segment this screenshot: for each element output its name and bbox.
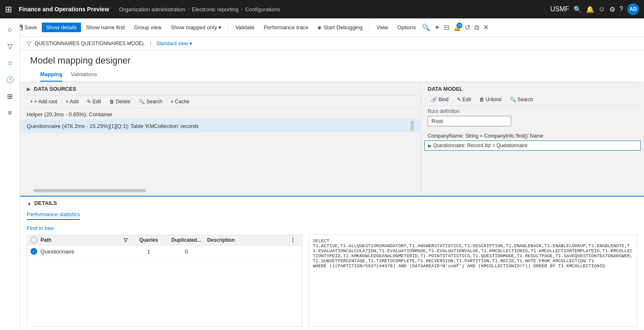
palette-icon[interactable]: ✦ xyxy=(434,23,440,31)
bell-icon[interactable]: 🔔 xyxy=(586,5,594,13)
breadcrumb-path: QUESTIONNAIRES QUESTIONNAIRES MODEL xyxy=(35,41,145,46)
tab-mapping[interactable]: Mapping xyxy=(40,68,62,82)
show-details-button[interactable]: Show details xyxy=(42,23,81,32)
tab-performance-stats[interactable]: Performance statistics xyxy=(27,210,80,220)
unbind-button[interactable]: 🗑 Unbind xyxy=(476,95,505,104)
h-scrollbar[interactable] xyxy=(33,189,407,192)
main-toolbar: ≡ 💾 Save Show details Show name first Gr… xyxy=(0,18,644,37)
sql-preview: SELECT T1.ACTIVE,T1.ALLQUESTIONSMANDATOR… xyxy=(309,235,637,327)
select-all-check[interactable] xyxy=(30,237,37,243)
tree-item-helper-label: Helper (20.3ms - 0.65%): Container xyxy=(27,111,414,118)
search-dm-button[interactable]: 🔍 Search xyxy=(507,95,537,104)
find-in-tree-link[interactable]: Find in tree xyxy=(27,223,637,235)
data-model-toolbar: 🔗 Bind ✎ Edit 🗑 Unbind 🔍 Search xyxy=(424,94,641,106)
refresh-icon[interactable]: ↺ xyxy=(465,23,470,31)
datasources-toolbar: + + Add root + Add ✎ Edit 🗑 Delete 🔍 Sea… xyxy=(20,96,421,108)
col-path-header[interactable]: Path xyxy=(41,237,124,243)
performance-trace-button[interactable]: Performance trace xyxy=(259,23,312,32)
breadcrumb-org[interactable]: Organization administration xyxy=(119,6,185,13)
details-tabs: Performance statistics xyxy=(27,210,637,220)
sidebar-filter-icon[interactable]: ▽ xyxy=(3,38,18,54)
delete-ds-button[interactable]: 🗑 Delete xyxy=(106,97,134,106)
col-menu-header[interactable]: ⋮ xyxy=(290,237,299,243)
details-title: DETAILS xyxy=(34,200,57,206)
details-collapse-icon[interactable]: ▲ xyxy=(27,200,32,206)
chevron-icon-1: › xyxy=(188,7,190,12)
badge-icon: 🔔 10 xyxy=(454,24,461,31)
sidebar-star-icon[interactable]: ☆ xyxy=(3,55,18,70)
dm-tree-questionnaire[interactable]: ▶ Questionnaire: Record list = Questionn… xyxy=(424,141,641,151)
table-header: Path ▽ Queries Duplicated... Description… xyxy=(27,235,302,246)
cache-button[interactable]: + Cache xyxy=(167,97,193,106)
layout-icon[interactable]: ⊟ xyxy=(444,23,449,31)
show-mapped-button[interactable]: Show mapped only ▾ xyxy=(167,23,226,32)
search-toolbar-icon[interactable]: 🔍 xyxy=(422,23,430,31)
col-dup-header: Duplicated... xyxy=(165,237,207,243)
search-ds-button[interactable]: 🔍 Search xyxy=(135,97,165,106)
search-icon[interactable]: 🔍 xyxy=(573,5,582,13)
show-name-first-button[interactable]: Show name first xyxy=(82,23,129,32)
top-nav: ⊞ Finance and Operations Preview Organiz… xyxy=(0,0,644,18)
sidebar-clock-icon[interactable]: 🕐 xyxy=(3,72,18,87)
help-icon[interactable]: ? xyxy=(619,5,623,13)
view-label: Standard view xyxy=(156,41,188,46)
options-button[interactable]: Options xyxy=(393,23,420,32)
add-root-button[interactable]: + + Add root xyxy=(27,97,61,106)
tree-item-questionnaire-label: Questionnaire (478.2ms - 15.25%)[1][Q:1]… xyxy=(27,123,409,129)
drag-handle[interactable] xyxy=(411,121,414,131)
root-input[interactable] xyxy=(428,116,511,126)
sidebar-calendar-icon[interactable]: ⊞ xyxy=(3,89,18,104)
validate-button[interactable]: Validate xyxy=(231,23,259,32)
datasources-header: ▶ DATA SOURCES xyxy=(20,82,421,96)
group-view-button[interactable]: Group view xyxy=(130,23,166,32)
breadcrumb-conf[interactable]: Configurations xyxy=(245,6,280,13)
nav-icons: USMF 🔍 🔔 ☺ ⚙ ? AD xyxy=(550,3,639,15)
filter-icon[interactable]: ▽ xyxy=(27,40,31,47)
sidebar-list-icon[interactable]: ≡ xyxy=(3,105,18,120)
edit-dm-button[interactable]: ✎ Edit xyxy=(454,95,474,104)
left-panel: ▶ DATA SOURCES + + Add root + Add ✎ Edit… xyxy=(20,82,421,196)
add-button[interactable]: + Add xyxy=(62,97,82,106)
grid-icon[interactable]: ⊞ xyxy=(5,4,12,14)
row-queries: 1 xyxy=(132,248,165,255)
dm-expand-icon: ▶ xyxy=(428,143,431,148)
avatar[interactable]: AD xyxy=(627,3,639,15)
page-title: Model mapping designer xyxy=(30,52,634,68)
title-section: Model mapping designer Mapping Validatio… xyxy=(20,50,644,82)
standard-view-select[interactable]: Standard view ▾ xyxy=(156,41,192,46)
breadcrumb-sep: | xyxy=(150,41,151,46)
toolbar-sep-1 xyxy=(228,23,228,33)
tree-item-helper[interactable]: Helper (20.3ms - 0.65%): Container xyxy=(20,110,421,119)
chevron-icon-2: › xyxy=(241,7,243,12)
bind-button[interactable]: 🔗 Bind xyxy=(428,95,452,104)
edit-ds-button[interactable]: ✎ Edit xyxy=(84,97,104,106)
right-panel: DATA MODEL 🔗 Bind ✎ Edit 🗑 Unbind 🔍 Sear… xyxy=(421,82,644,196)
left-sidebar: ⌂ ▽ ☆ 🕐 ⊞ ≡ xyxy=(0,18,20,330)
col-check-header xyxy=(30,237,41,243)
tabs-row: Mapping Validations xyxy=(30,68,634,82)
sql-text[interactable]: SELECT T1.ACTIVE,T1.ALLQUESTIONSMANDATOR… xyxy=(309,235,637,326)
close-icon[interactable]: ✕ xyxy=(483,23,489,31)
details-header: ▲ DETAILS xyxy=(27,200,637,206)
col-desc-header: Description xyxy=(207,237,290,243)
view-button[interactable]: View xyxy=(372,23,392,32)
breadcrumb-er[interactable]: Electronic reporting xyxy=(192,6,238,13)
col-filter-header[interactable]: ▽ xyxy=(124,237,132,243)
sidebar-home-icon[interactable]: ⌂ xyxy=(3,22,18,37)
toolbar-sep-2 xyxy=(369,23,370,33)
table-row[interactable]: Questionnaire 1 0 xyxy=(27,246,302,258)
performance-table: Path ▽ Queries Duplicated... Description… xyxy=(27,235,302,327)
designer-area: ▶ DATA SOURCES + + Add root + Add ✎ Edit… xyxy=(20,82,644,330)
dropdown-arrow-icon: ▾ xyxy=(218,24,221,31)
row-check[interactable] xyxy=(30,248,41,255)
open-icon[interactable]: ⧉ xyxy=(474,24,479,31)
tab-validations[interactable]: Validations xyxy=(71,68,97,82)
datasources-expand-icon[interactable]: ▶ xyxy=(27,86,30,92)
breadcrumb-bar: ▽ QUESTIONNAIRES QUESTIONNAIRES MODEL | … xyxy=(20,37,644,50)
root-definition-label: Root definition xyxy=(424,106,641,115)
start-debugging-button[interactable]: ◈ Start Debugging xyxy=(313,23,367,32)
dm-tree-company[interactable]: CompanyName: String = CompanyInfo.'find(… xyxy=(424,131,641,141)
gear-icon[interactable]: ⚙ xyxy=(609,5,615,13)
face-icon[interactable]: ☺ xyxy=(598,5,605,13)
tree-item-questionnaire[interactable]: Questionnaire (478.2ms - 15.25%)[1][Q:1]… xyxy=(20,119,421,133)
